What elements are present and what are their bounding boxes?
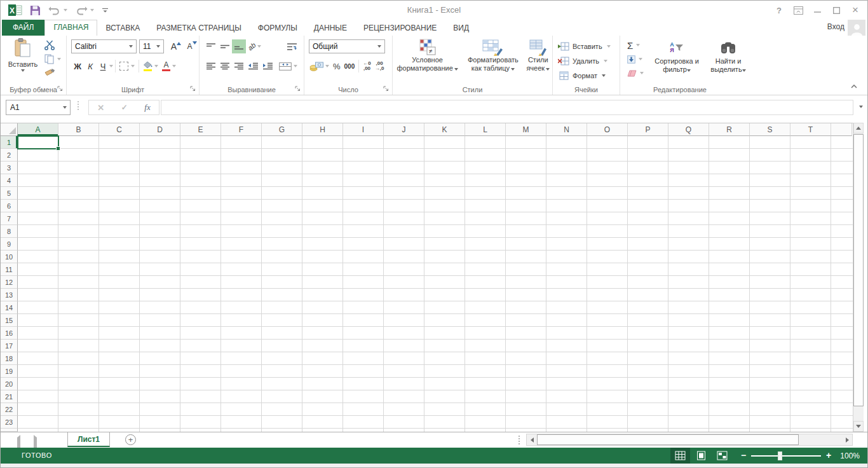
column-header-s[interactable]: S [750, 123, 790, 136]
new-sheet-button[interactable]: + [125, 434, 136, 445]
select-all-corner[interactable] [1, 123, 18, 136]
column-header-j[interactable]: J [384, 123, 424, 136]
accounting-format-button[interactable] [308, 59, 331, 73]
column-header-g[interactable]: G [262, 123, 302, 136]
insert-function-icon[interactable]: fx [144, 102, 150, 113]
collapse-ribbon-button[interactable] [851, 79, 857, 91]
zoom-level[interactable]: 100% [840, 451, 860, 460]
row-header-9[interactable]: 9 [1, 238, 18, 251]
copy-button[interactable] [43, 52, 63, 66]
delete-cells-button[interactable]: Удалить [558, 54, 620, 67]
row-header-2[interactable]: 2 [1, 149, 18, 162]
minimize-button[interactable] [808, 2, 827, 18]
tab-home[interactable]: ГЛАВНАЯ [44, 20, 97, 36]
row-header-17[interactable]: 17 [1, 340, 18, 352]
tab-review[interactable]: РЕЦЕНЗИРОВАНИЕ [355, 20, 445, 36]
paste-button[interactable]: Вставить [4, 38, 41, 80]
page-break-view-button[interactable] [712, 448, 732, 464]
column-header-c[interactable]: C [99, 123, 140, 136]
underline-caret-icon[interactable] [109, 65, 113, 67]
row-header-13[interactable]: 13 [1, 289, 18, 301]
column-header-i[interactable]: I [343, 123, 384, 136]
cut-button[interactable] [43, 38, 63, 52]
expand-formula-bar-icon[interactable] [859, 106, 863, 108]
row-header-22[interactable]: 22 [1, 403, 18, 416]
column-header-d[interactable]: D [140, 123, 180, 136]
merge-center-button[interactable] [277, 59, 299, 73]
bold-button[interactable]: Ж [71, 59, 84, 73]
column-header-p[interactable]: P [628, 123, 668, 136]
row-header-18[interactable]: 18 [1, 352, 18, 365]
column-header-h[interactable]: H [302, 123, 343, 136]
italic-button[interactable]: К [84, 59, 97, 73]
alignment-dialog-launcher[interactable] [294, 85, 302, 93]
normal-view-button[interactable] [670, 448, 690, 464]
autosum-button[interactable]: Σ [625, 38, 646, 52]
column-header-m[interactable]: M [506, 123, 546, 136]
row-header-1[interactable]: 1 [1, 136, 18, 149]
increase-decimal-button[interactable]: ←0,00 [361, 59, 372, 73]
align-middle-button[interactable] [218, 39, 232, 53]
scroll-up-button[interactable] [853, 123, 864, 134]
zoom-in-button[interactable]: + [826, 448, 831, 464]
tab-file[interactable]: ФАЙЛ [2, 20, 44, 36]
ribbon-display-options-button[interactable] [789, 2, 808, 18]
underline-button[interactable]: Ч [97, 59, 109, 73]
sort-filter-button[interactable]: АЯ Сортировка и фильтр [651, 38, 703, 80]
format-painter-button[interactable] [43, 66, 63, 80]
tab-insert[interactable]: ВСТАВКА [97, 20, 148, 36]
row-header-12[interactable]: 12 [1, 276, 18, 289]
row-header-15[interactable]: 15 [1, 314, 18, 327]
scroll-down-button[interactable] [853, 421, 864, 432]
help-button[interactable]: ? [770, 2, 789, 18]
orientation-button[interactable]: ab [246, 39, 263, 53]
vertical-scroll-thumb[interactable] [853, 134, 864, 406]
align-left-button[interactable] [204, 59, 218, 73]
column-header-t[interactable]: T [790, 123, 831, 136]
row-header-5[interactable]: 5 [1, 187, 18, 200]
shrink-font-button[interactable]: А [183, 39, 199, 53]
percent-style-button[interactable]: % [331, 59, 342, 73]
horizontal-scrollbar[interactable] [526, 434, 853, 446]
borders-button[interactable] [118, 59, 137, 73]
cell-styles-button[interactable]: Стили ячеек [524, 39, 552, 72]
maximize-button[interactable] [827, 2, 846, 18]
insert-cells-button[interactable]: Вставить [558, 39, 620, 53]
zoom-track[interactable] [751, 455, 821, 457]
comma-style-button[interactable]: 000 [342, 59, 357, 73]
row-header-21[interactable]: 21 [1, 390, 18, 403]
column-header-l[interactable]: L [465, 123, 506, 136]
sheet-tab-list1[interactable]: Лист1 [67, 432, 110, 447]
row-header-8[interactable]: 8 [1, 225, 18, 238]
increase-indent-button[interactable] [261, 59, 275, 73]
cancel-entry-icon[interactable]: ✕ [97, 103, 104, 113]
row-header-6[interactable]: 6 [1, 200, 18, 212]
fill-color-button[interactable] [141, 59, 154, 73]
row-header-20[interactable]: 20 [1, 378, 18, 390]
row-header-23[interactable]: 23 [1, 416, 18, 429]
row-header-10[interactable]: 10 [1, 251, 18, 263]
wrap-text-button[interactable] [285, 39, 299, 53]
column-header-b[interactable]: B [58, 123, 99, 136]
align-bottom-button[interactable] [232, 39, 246, 53]
close-button[interactable]: × [846, 2, 865, 18]
align-top-button[interactable] [204, 39, 218, 53]
decrease-decimal-button[interactable]: ,00→,0 [373, 59, 386, 73]
column-header-n[interactable]: N [546, 123, 587, 136]
page-layout-view-button[interactable] [691, 448, 711, 464]
grow-font-button[interactable]: А [167, 39, 183, 53]
font-name-combo[interactable]: Calibri [71, 39, 137, 53]
vertical-scrollbar[interactable] [853, 123, 864, 432]
column-header-r[interactable]: R [709, 123, 750, 136]
column-header-q[interactable]: Q [668, 123, 709, 136]
row-header-7[interactable]: 7 [1, 212, 18, 225]
user-avatar-icon[interactable] [848, 20, 865, 36]
number-dialog-launcher[interactable] [383, 85, 390, 93]
tab-strip-resize-handle[interactable] [519, 436, 520, 444]
column-header-e[interactable]: E [180, 123, 221, 136]
font-dialog-launcher[interactable] [189, 85, 197, 93]
row-header-16[interactable]: 16 [1, 327, 18, 340]
scroll-left-button[interactable] [527, 434, 537, 445]
font-color-button[interactable]: А [160, 59, 172, 73]
sheet-cells[interactable] [18, 136, 853, 432]
